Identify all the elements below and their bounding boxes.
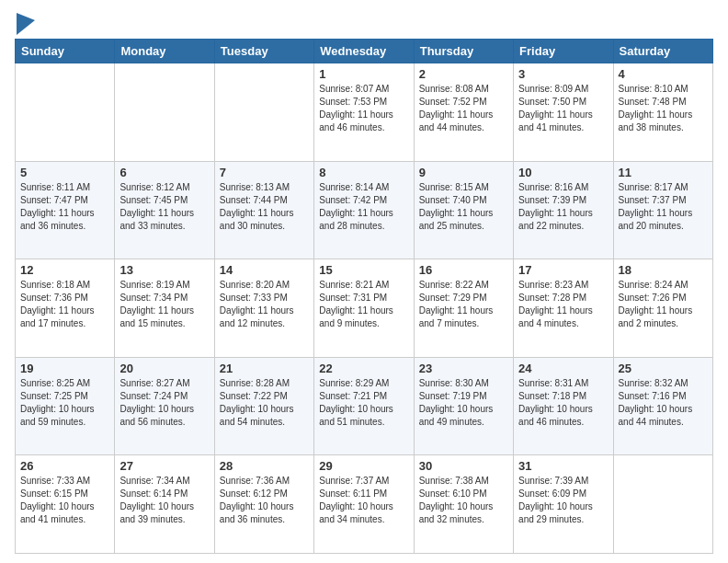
calendar-cell: 7Sunrise: 8:13 AM Sunset: 7:44 PM Daylig…: [214, 161, 313, 259]
day-info: Sunrise: 7:36 AM Sunset: 6:12 PM Dayligh…: [220, 475, 309, 526]
day-info: Sunrise: 8:19 AM Sunset: 7:34 PM Dayligh…: [119, 279, 209, 330]
day-info: Sunrise: 8:13 AM Sunset: 7:44 PM Dayligh…: [220, 181, 309, 233]
calendar-cell: 26Sunrise: 7:33 AM Sunset: 6:15 PM Dayli…: [16, 455, 115, 554]
day-number: 26: [20, 459, 109, 473]
day-number: 7: [220, 166, 309, 179]
day-number: 6: [119, 166, 209, 179]
calendar-cell: 21Sunrise: 8:28 AM Sunset: 7:22 PM Dayli…: [214, 357, 313, 455]
calendar-week-row: 26Sunrise: 7:33 AM Sunset: 6:15 PM Dayli…: [16, 455, 713, 554]
day-info: Sunrise: 8:29 AM Sunset: 7:21 PM Dayligh…: [319, 377, 408, 429]
day-number: 27: [119, 459, 209, 473]
calendar-cell: 25Sunrise: 8:32 AM Sunset: 7:16 PM Dayli…: [613, 357, 712, 455]
calendar-week-row: 1Sunrise: 8:07 AM Sunset: 7:53 PM Daylig…: [16, 63, 713, 162]
day-info: Sunrise: 8:31 AM Sunset: 7:18 PM Dayligh…: [518, 377, 608, 429]
day-number: 21: [220, 362, 309, 375]
calendar-cell: [613, 455, 712, 554]
day-number: 22: [319, 362, 408, 375]
day-number: 24: [518, 362, 608, 375]
day-info: Sunrise: 8:22 AM Sunset: 7:29 PM Dayligh…: [419, 279, 508, 330]
calendar-week-row: 19Sunrise: 8:25 AM Sunset: 7:25 PM Dayli…: [16, 357, 713, 455]
svg-marker-0: [17, 13, 35, 35]
day-info: Sunrise: 8:21 AM Sunset: 7:31 PM Dayligh…: [319, 279, 408, 330]
day-number: 17: [518, 263, 608, 277]
calendar-cell: 2Sunrise: 8:08 AM Sunset: 7:52 PM Daylig…: [414, 63, 513, 162]
col-monday: Monday: [115, 40, 214, 63]
day-number: 18: [619, 263, 708, 277]
calendar-cell: 6Sunrise: 8:12 AM Sunset: 7:45 PM Daylig…: [115, 161, 214, 259]
day-info: Sunrise: 8:15 AM Sunset: 7:40 PM Dayligh…: [419, 181, 508, 233]
day-number: 20: [119, 362, 209, 375]
day-info: Sunrise: 8:14 AM Sunset: 7:42 PM Dayligh…: [319, 181, 408, 233]
day-number: 28: [220, 459, 309, 473]
day-info: Sunrise: 8:17 AM Sunset: 7:37 PM Dayligh…: [619, 181, 708, 233]
day-number: 3: [518, 67, 608, 81]
day-number: 8: [319, 166, 408, 179]
day-number: 19: [20, 362, 109, 375]
calendar-page: Sunday Monday Tuesday Wednesday Thursday…: [0, 0, 728, 563]
day-number: 29: [319, 459, 408, 473]
top-row: [15, 9, 713, 35]
calendar-cell: [115, 63, 214, 162]
calendar-cell: 13Sunrise: 8:19 AM Sunset: 7:34 PM Dayli…: [115, 259, 214, 358]
day-info: Sunrise: 8:23 AM Sunset: 7:28 PM Dayligh…: [518, 279, 608, 330]
calendar-cell: 30Sunrise: 7:38 AM Sunset: 6:10 PM Dayli…: [414, 455, 513, 554]
day-info: Sunrise: 8:10 AM Sunset: 7:48 PM Dayligh…: [619, 83, 708, 134]
logo-icon: [17, 13, 35, 35]
day-info: Sunrise: 8:07 AM Sunset: 7:53 PM Dayligh…: [319, 83, 408, 134]
day-number: 30: [419, 459, 508, 473]
day-info: Sunrise: 7:37 AM Sunset: 6:11 PM Dayligh…: [319, 475, 408, 526]
day-info: Sunrise: 7:38 AM Sunset: 6:10 PM Dayligh…: [419, 475, 508, 526]
calendar-cell: 17Sunrise: 8:23 AM Sunset: 7:28 PM Dayli…: [514, 259, 613, 358]
calendar-cell: 9Sunrise: 8:15 AM Sunset: 7:40 PM Daylig…: [414, 161, 513, 259]
day-number: 10: [518, 166, 608, 179]
day-number: 15: [319, 263, 408, 277]
logo: [15, 13, 35, 35]
calendar-cell: 15Sunrise: 8:21 AM Sunset: 7:31 PM Dayli…: [314, 259, 414, 358]
day-number: 11: [619, 166, 708, 179]
calendar-cell: [214, 63, 313, 162]
day-number: 31: [518, 459, 608, 473]
calendar-cell: 22Sunrise: 8:29 AM Sunset: 7:21 PM Dayli…: [314, 357, 414, 455]
header-row: Sunday Monday Tuesday Wednesday Thursday…: [16, 40, 713, 63]
calendar-cell: 23Sunrise: 8:30 AM Sunset: 7:19 PM Dayli…: [414, 357, 513, 455]
day-number: 16: [419, 263, 508, 277]
day-info: Sunrise: 8:09 AM Sunset: 7:50 PM Dayligh…: [518, 83, 608, 134]
calendar-cell: 11Sunrise: 8:17 AM Sunset: 7:37 PM Dayli…: [613, 161, 712, 259]
calendar-cell: 24Sunrise: 8:31 AM Sunset: 7:18 PM Dayli…: [514, 357, 613, 455]
calendar-cell: 27Sunrise: 7:34 AM Sunset: 6:14 PM Dayli…: [115, 455, 214, 554]
calendar-cell: 20Sunrise: 8:27 AM Sunset: 7:24 PM Dayli…: [115, 357, 214, 455]
day-info: Sunrise: 7:39 AM Sunset: 6:09 PM Dayligh…: [518, 475, 608, 526]
day-number: 5: [20, 166, 109, 179]
calendar-cell: 10Sunrise: 8:16 AM Sunset: 7:39 PM Dayli…: [514, 161, 613, 259]
day-info: Sunrise: 8:27 AM Sunset: 7:24 PM Dayligh…: [119, 377, 209, 429]
day-info: Sunrise: 7:33 AM Sunset: 6:15 PM Dayligh…: [20, 475, 109, 526]
day-info: Sunrise: 8:12 AM Sunset: 7:45 PM Dayligh…: [119, 181, 209, 233]
day-info: Sunrise: 8:30 AM Sunset: 7:19 PM Dayligh…: [419, 377, 508, 429]
day-info: Sunrise: 8:18 AM Sunset: 7:36 PM Dayligh…: [20, 279, 109, 330]
calendar-cell: 31Sunrise: 7:39 AM Sunset: 6:09 PM Dayli…: [514, 455, 613, 554]
day-number: 1: [319, 67, 408, 81]
calendar-cell: 28Sunrise: 7:36 AM Sunset: 6:12 PM Dayli…: [214, 455, 313, 554]
day-info: Sunrise: 8:25 AM Sunset: 7:25 PM Dayligh…: [20, 377, 109, 429]
calendar-cell: 3Sunrise: 8:09 AM Sunset: 7:50 PM Daylig…: [514, 63, 613, 162]
col-thursday: Thursday: [414, 40, 513, 63]
calendar-week-row: 5Sunrise: 8:11 AM Sunset: 7:47 PM Daylig…: [16, 161, 713, 259]
col-sunday: Sunday: [16, 40, 115, 63]
day-info: Sunrise: 8:11 AM Sunset: 7:47 PM Dayligh…: [20, 181, 109, 233]
calendar-cell: 12Sunrise: 8:18 AM Sunset: 7:36 PM Dayli…: [16, 259, 115, 358]
col-friday: Friday: [514, 40, 613, 63]
col-saturday: Saturday: [613, 40, 712, 63]
calendar-cell: 16Sunrise: 8:22 AM Sunset: 7:29 PM Dayli…: [414, 259, 513, 358]
day-number: 23: [419, 362, 508, 375]
day-number: 4: [619, 67, 708, 81]
day-number: 2: [419, 67, 508, 81]
day-number: 13: [119, 263, 209, 277]
day-info: Sunrise: 8:08 AM Sunset: 7:52 PM Dayligh…: [419, 83, 508, 134]
col-wednesday: Wednesday: [314, 40, 414, 63]
day-info: Sunrise: 7:34 AM Sunset: 6:14 PM Dayligh…: [119, 475, 209, 526]
calendar-cell: 19Sunrise: 8:25 AM Sunset: 7:25 PM Dayli…: [16, 357, 115, 455]
day-info: Sunrise: 8:32 AM Sunset: 7:16 PM Dayligh…: [619, 377, 708, 429]
day-number: 25: [619, 362, 708, 375]
calendar-cell: 14Sunrise: 8:20 AM Sunset: 7:33 PM Dayli…: [214, 259, 313, 358]
day-number: 12: [20, 263, 109, 277]
